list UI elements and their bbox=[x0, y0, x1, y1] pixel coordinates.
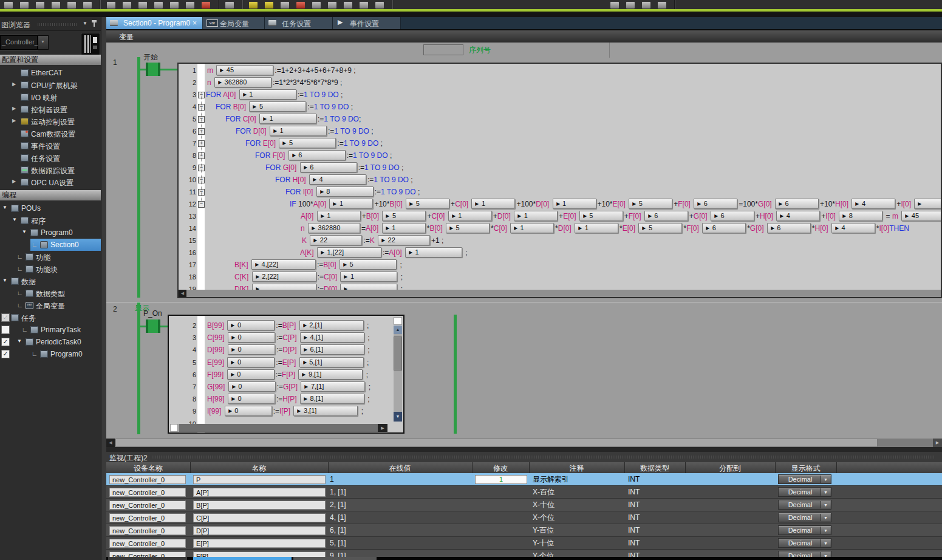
monitor-value-box[interactable]: ▶ 6 bbox=[288, 150, 346, 160]
scroll-right-icon[interactable]: ▶ bbox=[378, 424, 387, 432]
code-line[interactable]: K ▶ 22:=K ▶ 22+1 ; bbox=[302, 234, 443, 247]
sidebar-item-数据类型[interactable]: ∟数据类型 bbox=[0, 287, 101, 299]
monitor-value-box[interactable]: ▶ 5 bbox=[446, 223, 490, 233]
monitor-value-box[interactable]: ▶ 7,[1] bbox=[301, 381, 365, 392]
tree-expanded-icon[interactable]: ▼ bbox=[2, 278, 7, 283]
monitor-value-box[interactable]: ▶ 4 bbox=[831, 223, 875, 233]
code-line[interactable]: FOR B[0] ▶ 5:=1 TO 9 DO ; bbox=[216, 101, 353, 113]
chevron-down-icon[interactable]: ▼ bbox=[821, 514, 830, 521]
code-line[interactable]: I[99] ▶ 0:=I[P] ▶ 3,[1] ; bbox=[207, 405, 363, 417]
sidebar-item-Cam数据设置[interactable]: Cam数据设置 bbox=[0, 128, 101, 140]
tab-close-icon[interactable]: × bbox=[193, 19, 197, 27]
toolbar-button-find[interactable] bbox=[184, 1, 196, 9]
toolbar-button-pause-a[interactable] bbox=[358, 1, 370, 9]
scroll-left-icon[interactable]: ◀ bbox=[106, 439, 115, 447]
sidebar-item-数据[interactable]: ▼数据 bbox=[0, 275, 101, 287]
monitor-value-box[interactable]: ▶ 5 bbox=[638, 223, 682, 233]
tree-collapsed-icon[interactable]: ▶ bbox=[12, 106, 16, 111]
st-box2-vscroll-thumb[interactable] bbox=[394, 336, 402, 370]
monitor-value-box[interactable]: ▶ 5 bbox=[406, 199, 449, 209]
toolbar-button-help[interactable] bbox=[81, 1, 94, 9]
watch-column-header[interactable]: 在线值 bbox=[328, 463, 472, 474]
monitor-value-box[interactable]: ▶ 362880 bbox=[308, 223, 360, 233]
chevron-down-icon[interactable]: ▼ bbox=[821, 539, 830, 547]
toolbar-button-build-check[interactable] bbox=[200, 1, 212, 9]
sequence-comment-box[interactable] bbox=[423, 44, 463, 55]
sidebar-item-PeriodicTask0[interactable]: ✓▼PeriodicTask0 bbox=[0, 336, 101, 348]
toolbar-button-paste[interactable] bbox=[18, 1, 30, 9]
watch-modify-box[interactable]: 1 bbox=[475, 475, 527, 484]
monitor-value-box[interactable]: ▶ 6 bbox=[694, 199, 737, 209]
code-line[interactable]: A[0] ▶ 1+B[0] ▶ 5+C[0] ▶ 1+D[0] ▶ 1+E[0]… bbox=[301, 210, 942, 222]
watch-name-cell[interactable]: E[P] bbox=[193, 539, 326, 548]
contact-start[interactable] bbox=[146, 63, 160, 76]
tree-collapsed-icon[interactable]: ▶ bbox=[12, 179, 16, 184]
code-line[interactable]: FOR F[0] ▶ 6:=1 TO 9 DO ; bbox=[255, 149, 392, 162]
chevron-down-icon[interactable]: ▼ bbox=[821, 527, 830, 534]
monitor-value-box[interactable]: ▶ 0 bbox=[228, 332, 275, 343]
tree-expanded-icon[interactable]: ▼ bbox=[12, 217, 17, 222]
monitor-value-box[interactable]: ▶ 2,[1] bbox=[299, 320, 364, 330]
monitor-value-box[interactable]: ▶ 6 bbox=[775, 199, 819, 209]
monitor-value-box[interactable]: ▶ 1 bbox=[471, 199, 515, 209]
monitor-value-box[interactable]: ▶ 6 bbox=[300, 162, 357, 172]
watch-device-cell[interactable]: new_Controller_0 bbox=[109, 500, 186, 510]
contact-p-on[interactable] bbox=[146, 319, 160, 333]
watch-hscroll-thumb[interactable] bbox=[193, 557, 292, 560]
watch-column-header[interactable]: 修改 bbox=[472, 463, 529, 474]
sidebar-item-功能块[interactable]: ∟功能块 bbox=[0, 263, 101, 275]
tree-expanded-icon[interactable]: ▼ bbox=[17, 338, 22, 344]
toolbar-button-zoom-out[interactable] bbox=[640, 1, 652, 9]
sidebar-item-CPU/扩展机架[interactable]: ▶CPU/扩展机架 bbox=[0, 79, 101, 91]
monitor-value-box[interactable]: ▶ 45 bbox=[901, 211, 942, 221]
code-line[interactable]: C[99] ▶ 0:=C[P] ▶ 4,[1] ; bbox=[207, 332, 370, 344]
toolbar-button-wave[interactable] bbox=[168, 1, 180, 9]
toolbar-button-insert-element[interactable] bbox=[105, 1, 117, 9]
sidebar-item-任务[interactable]: ✓▼任务 bbox=[0, 312, 101, 324]
code-line[interactable]: FOR G[0] ▶ 6:=1 TO 9 DO ; bbox=[265, 162, 403, 174]
toolbar-button-undo[interactable] bbox=[50, 1, 62, 9]
toolbar-button-cancel[interactable] bbox=[295, 1, 307, 9]
monitor-value-box[interactable]: ▶ 5 bbox=[382, 211, 426, 221]
watch-column-header[interactable]: 名称 bbox=[190, 463, 328, 474]
watch-name-cell[interactable]: C[P] bbox=[193, 513, 326, 522]
watch-row[interactable]: new_Controller_0B[P]2, [1]X-十位INTDecimal… bbox=[106, 499, 942, 511]
sidebar-item-控制器设置[interactable]: ▶控制器设置 bbox=[0, 103, 101, 115]
monitor-value-box[interactable]: ▶ 8 bbox=[316, 186, 374, 197]
code-line[interactable]: FOR H[0] ▶ 4:=1 TO 9 DO ; bbox=[275, 174, 413, 186]
toolbar-button-delete[interactable] bbox=[34, 1, 46, 9]
watch-device-cell[interactable]: new_Controller_0 bbox=[109, 526, 186, 535]
scroll-up-icon[interactable]: ▲ bbox=[394, 326, 402, 334]
monitor-value-box[interactable]: ▶ 1 bbox=[382, 223, 426, 233]
sidebar-item-PrimaryTask[interactable]: ∟PrimaryTask bbox=[0, 324, 101, 336]
sidebar-item-POUs[interactable]: ▼POUs bbox=[0, 202, 101, 214]
monitor-value-box[interactable]: ▶ 5 bbox=[279, 138, 336, 148]
st-box1-hscrollbar[interactable]: ◀ bbox=[179, 290, 941, 297]
code-line[interactable]: B[K] ▶ 4,[22]:=B[0] ▶ 5 ; bbox=[234, 259, 402, 271]
sidebar-item-运动控制设置[interactable]: ▶运动控制设置 bbox=[0, 115, 101, 128]
sidebar-item-事件设置[interactable]: 事件设置 bbox=[0, 140, 101, 152]
monitor-value-box[interactable]: ▶ 5,[1] bbox=[299, 357, 364, 367]
monitor-value-box[interactable]: ▶ bbox=[914, 199, 942, 209]
monitor-value-box[interactable]: ▶ 22 bbox=[378, 235, 430, 245]
watch-row[interactable]: new_Controller_0C[P]4, [1]X-个位INTDecimal… bbox=[106, 511, 942, 524]
monitor-value-box[interactable]: ▶ 1 bbox=[448, 211, 492, 221]
monitor-value-box[interactable]: ▶ 5 bbox=[629, 199, 672, 209]
code-line[interactable]: E[99] ▶ 0:=E[P] ▶ 5,[1] ; bbox=[207, 357, 369, 369]
monitor-value-box[interactable]: ▶ 5 bbox=[579, 211, 623, 221]
sidebar-item-I/O 映射[interactable]: I/O 映射 bbox=[0, 91, 101, 103]
monitor-value-box[interactable]: ▶ 1 bbox=[575, 223, 618, 233]
tree-expanded-icon[interactable]: ▼ bbox=[2, 205, 7, 210]
watch-format-dropdown[interactable]: Decimal▼ bbox=[778, 487, 831, 497]
watch-name-cell[interactable]: B[P] bbox=[193, 500, 326, 510]
code-line[interactable]: FOR E[0] ▶ 5:=1 TO 9 DO ; bbox=[245, 137, 383, 149]
toolbar-button-warning-check[interactable] bbox=[247, 1, 259, 9]
controller-dropdown-button[interactable]: ▼ bbox=[38, 35, 49, 50]
toolbar-button-step[interactable] bbox=[326, 1, 338, 9]
tree-expanded-icon[interactable]: ▼ bbox=[22, 229, 27, 234]
monitor-value-box[interactable]: ▶ 9,[1] bbox=[298, 369, 363, 380]
toolbar-button-zoom-reset[interactable] bbox=[656, 1, 668, 9]
watch-column-header[interactable]: 显示格式 bbox=[775, 463, 836, 474]
variable-bar[interactable]: 变量 bbox=[106, 29, 942, 43]
code-line[interactable]: FOR C[0] ▶ 1:=1 TO 9 DO; bbox=[225, 113, 361, 125]
